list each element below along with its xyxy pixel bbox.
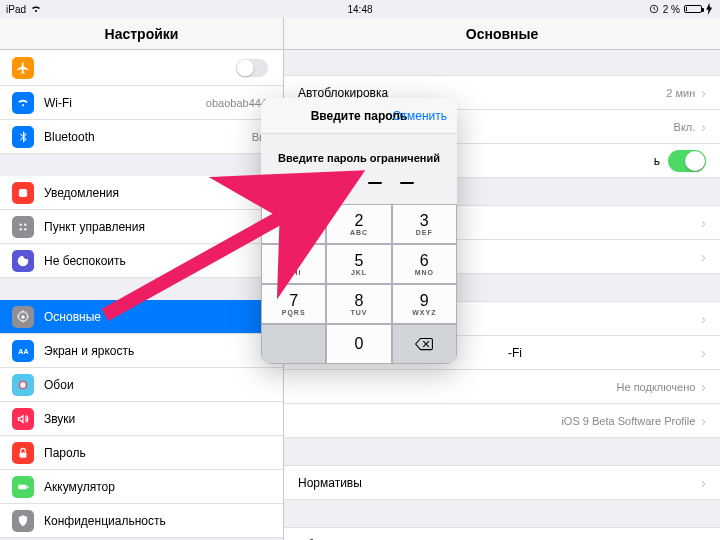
sounds-icon [12,408,34,430]
control-center-icon [12,216,34,238]
row-value: Вкл. [674,121,696,133]
sidebar-item-label: Пароль [44,446,271,460]
chevron-right-icon: › [701,119,706,135]
cancel-button[interactable]: Отменить [392,109,447,123]
sidebar-item-display[interactable]: AA Экран и яркость [0,334,283,368]
sidebar-item-label: Уведомления [44,186,271,200]
sidebar-item-battery[interactable]: Аккумулятор [0,470,283,504]
charging-icon [706,3,714,15]
status-left: iPad [6,4,42,15]
sidebar-item-label: Wi-Fi [44,96,206,110]
wallpaper-icon [12,374,34,396]
device-label: iPad [6,4,26,15]
row-label: Нормативы [298,476,701,490]
svg-text:AA: AA [18,347,28,354]
restrictions-toggle[interactable] [668,150,706,172]
key-9[interactable]: 9WXYZ [392,284,457,324]
sidebar-item-value: obaobab444 [206,97,267,109]
row-value: Не подключено [617,381,696,393]
chevron-right-icon: › [701,85,706,101]
key-backspace[interactable] [392,324,457,364]
key-0[interactable]: 0 [326,324,391,364]
privacy-icon [12,510,34,532]
sidebar-item-airplane[interactable] [0,50,283,86]
battery-icon [12,476,34,498]
svg-point-3 [24,223,26,225]
chevron-right-icon: › [701,379,706,395]
display-icon: AA [12,340,34,362]
sidebar-item-passcode[interactable]: Пароль [0,436,283,470]
row-vpn[interactable]: Не подключено › [284,369,720,404]
svg-point-6 [21,315,25,319]
lock-icon [12,442,34,464]
airplane-toggle[interactable] [236,58,268,77]
key-4[interactable]: 4GHI [261,244,326,284]
sidebar-item-label: Не беспокоить [44,254,271,268]
modal-header: Введите пароль Отменить [261,98,457,134]
notifications-icon [12,182,34,204]
passcode-slot [336,182,350,184]
svg-rect-10 [20,452,27,457]
passcode-slot [304,182,318,184]
key-blank [261,324,326,364]
airplane-icon [12,57,34,79]
svg-point-2 [20,223,22,225]
key-8[interactable]: 8TUV [326,284,391,324]
sidebar-title: Настройки [0,18,283,50]
passcode-slot [368,182,382,184]
key-6[interactable]: 6MNO [392,244,457,284]
status-right: 2 % [649,3,714,15]
key-5[interactable]: 5JKL [326,244,391,284]
svg-point-4 [20,228,22,230]
sidebar-item-label: Аккумулятор [44,480,271,494]
sidebar-item-bluetooth[interactable]: Bluetooth Вы [0,120,283,154]
passcode-dashes [271,182,447,184]
sidebar-item-notifications[interactable]: Уведомления [0,176,283,210]
passcode-modal: Введите пароль Отменить Введите пароль о… [261,98,457,364]
sidebar-item-label: Звуки [44,412,271,426]
chevron-right-icon: › [701,345,706,361]
backspace-icon [414,337,434,351]
key-3[interactable]: 3DEF [392,204,457,244]
sidebar: Настройки Wi-Fi obaobab444 Bluetooth Вы … [0,18,284,540]
battery-icon [684,5,702,13]
battery-pct: 2 % [663,4,680,15]
row-regulatory[interactable]: Нормативы › [284,465,720,500]
row-profile[interactable]: iOS 9 Beta Software Profile › [284,403,720,438]
svg-point-5 [24,228,26,230]
key-7[interactable]: 7PQRS [261,284,326,324]
chevron-right-icon: › [701,537,706,541]
sidebar-item-label: Bluetooth [44,130,252,144]
rotation-lock-icon [649,4,659,14]
sidebar-item-privacy[interactable]: Конфиденциальность [0,504,283,538]
chevron-right-icon: › [701,249,706,265]
wifi-icon [30,5,42,13]
row-reset[interactable]: Сброс › [284,527,720,540]
numeric-keypad: 1 2ABC 3DEF 4GHI 5JKL 6MNO 7PQRS 8TUV 9W… [261,204,457,364]
svg-rect-1 [19,188,27,196]
sidebar-item-control-center[interactable]: Пункт управления [0,210,283,244]
sidebar-item-label: Основные [44,310,271,324]
sidebar-item-wifi[interactable]: Wi-Fi obaobab444 [0,86,283,120]
sidebar-item-label: Обои [44,378,271,392]
svg-rect-12 [27,485,28,487]
chevron-right-icon: › [701,215,706,231]
dnd-icon [12,250,34,272]
gear-icon [12,306,34,328]
key-2[interactable]: 2ABC [326,204,391,244]
status-time: 14:48 [347,4,372,15]
modal-prompt: Введите пароль ограничений [271,152,447,164]
bluetooth-icon [12,126,34,148]
sidebar-item-label: Экран и яркость [44,344,271,358]
passcode-slot [400,182,414,184]
sidebar-item-wallpaper[interactable]: Обои [0,368,283,402]
status-bar: iPad 14:48 2 % [0,0,720,18]
sidebar-item-dnd[interactable]: Не беспокоить [0,244,283,278]
row-value: 2 мин [666,87,695,99]
sidebar-item-label: Конфиденциальность [44,514,271,528]
svg-rect-11 [18,484,26,489]
sidebar-item-sounds[interactable]: Звуки [0,402,283,436]
sidebar-item-general[interactable]: Основные [0,300,283,334]
detail-title: Основные [284,18,720,50]
key-1[interactable]: 1 [261,204,326,244]
